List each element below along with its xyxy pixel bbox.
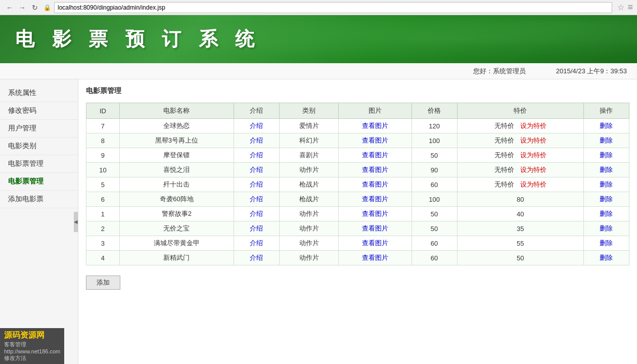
image-link[interactable]: 查看图片 [362,180,388,188]
cell-category: 动作片 [279,221,338,236]
table-row: 3 满城尽带黄金甲 介绍 动作片 查看图片 60 55 删除 [86,236,629,251]
set-special-link[interactable]: 设为特价 [520,151,547,159]
no-special-label: 无特价 [494,136,514,144]
cell-price: 60 [412,251,457,265]
intro-link[interactable]: 介绍 [250,239,263,247]
sidebar-item-user-management[interactable]: 用户管理 [0,120,78,138]
cell-image: 查看图片 [339,177,412,192]
image-link[interactable]: 查看图片 [362,210,388,217]
no-special-label: 无特价 [494,151,514,159]
delete-link[interactable]: 删除 [600,122,613,129]
sidebar-item-change-password[interactable]: 修改密码 [0,102,78,120]
delete-link[interactable]: 删除 [600,254,613,261]
forward-button[interactable]: → [17,2,28,13]
cell-category: 喜剧片 [279,148,338,163]
intro-link[interactable]: 介绍 [250,224,263,232]
refresh-button[interactable]: ↻ [29,2,40,13]
set-special-link[interactable]: 设为特价 [520,166,547,173]
col-header-image: 图片 [339,103,412,119]
info-bar: 您好：系统管理员 2015/4/23 上午9：39:53 [0,63,637,79]
set-special-link[interactable]: 设为特价 [520,122,547,129]
special-cell: 无特价 设为特价 [457,177,583,192]
menu-icon[interactable]: ≡ [627,2,633,13]
intro-link[interactable]: 介绍 [250,136,263,144]
intro-link[interactable]: 介绍 [250,195,263,203]
cell-price: 120 [412,119,457,133]
delete-link[interactable]: 删除 [600,151,613,159]
content-area: 电影票管理 ID 电影名称 介绍 类别 图片 价格 特价 操作 7 全球热恋 介… [78,79,637,364]
lock-icon: 🔒 [43,4,51,11]
delete-link[interactable]: 删除 [600,210,613,217]
image-link[interactable]: 查看图片 [362,195,388,203]
cell-name: 黑帮3号再上位 [119,133,234,148]
cell-name: 摩登保镖 [119,148,234,163]
image-link[interactable]: 查看图片 [362,224,388,232]
section-title: 电影票管理 [86,84,629,98]
sidebar-item-ticket-management[interactable]: 电影票管理 [0,173,78,191]
add-button[interactable]: 添加 [86,276,120,290]
cell-intro: 介绍 [234,207,279,221]
watermark: 源码资源网 客客管理 http://www.net186.com 修改方法 [0,328,64,364]
bookmark-icon[interactable]: ☆ [617,3,624,12]
cell-action: 删除 [583,221,629,236]
intro-link[interactable]: 介绍 [250,210,263,217]
table-row: 4 新精武门 介绍 动作片 查看图片 60 50 删除 [86,251,629,265]
back-button[interactable]: ← [4,2,15,13]
address-bar[interactable] [54,2,612,13]
special-cell: 无特价 设为特价 [457,148,583,163]
movies-table: ID 电影名称 介绍 类别 图片 价格 特价 操作 7 全球热恋 介绍 爱情片 … [86,103,629,265]
special-cell: 50 [457,251,583,265]
intro-link[interactable]: 介绍 [250,151,263,159]
sidebar-item-movie-category[interactable]: 电影类别 [0,138,78,155]
set-special-link[interactable]: 设为特价 [520,180,547,188]
col-header-id: ID [86,103,120,119]
delete-link[interactable]: 删除 [600,166,613,173]
cell-image: 查看图片 [339,192,412,207]
cell-image: 查看图片 [339,163,412,177]
col-header-special: 特价 [457,103,583,119]
image-link[interactable]: 查看图片 [362,136,388,144]
cell-price: 60 [412,177,457,192]
delete-link[interactable]: 删除 [600,195,613,203]
cell-category: 枪战片 [279,177,338,192]
cell-image: 查看图片 [339,133,412,148]
watermark-line1: 源码资源网 [4,330,60,341]
watermark-line2: 客客管理 [4,341,60,348]
image-link[interactable]: 查看图片 [362,166,388,173]
cell-action: 删除 [583,236,629,251]
cell-category: 科幻片 [279,133,338,148]
intro-link[interactable]: 介绍 [250,254,263,261]
sidebar-collapse-btn[interactable]: ◀ [74,212,78,232]
intro-link[interactable]: 介绍 [250,166,263,173]
sidebar-item-system-props[interactable]: 系统属性 [0,84,78,102]
cell-image: 查看图片 [339,207,412,221]
table-row: 6 奇袭60阵地 介绍 枪战片 查看图片 100 80 删除 [86,192,629,207]
cell-action: 删除 [583,177,629,192]
greeting-text: 您好：系统管理员 [473,67,526,76]
col-header-intro: 介绍 [234,103,279,119]
cell-image: 查看图片 [339,251,412,265]
sidebar-item-add-movie[interactable]: 添加电影票 [0,191,78,208]
cell-name: 歼十出击 [119,177,234,192]
cell-name: 全球热恋 [119,119,234,133]
datetime-text: 2015/4/23 上午9：39:53 [556,67,627,76]
image-link[interactable]: 查看图片 [362,239,388,247]
image-link[interactable]: 查看图片 [362,122,388,129]
intro-link[interactable]: 介绍 [250,122,263,129]
cell-intro: 介绍 [234,192,279,207]
set-special-link[interactable]: 设为特价 [520,136,547,144]
sidebar-item-movie-ticket[interactable]: 电影票管理 [0,155,78,173]
table-row: 7 全球热恋 介绍 爱情片 查看图片 120 无特价 设为特价 删除 [86,119,629,133]
cell-category: 动作片 [279,207,338,221]
delete-link[interactable]: 删除 [600,224,613,232]
special-cell: 无特价 设为特价 [457,133,583,148]
image-link[interactable]: 查看图片 [362,151,388,159]
intro-link[interactable]: 介绍 [250,180,263,188]
delete-link[interactable]: 删除 [600,239,613,247]
delete-link[interactable]: 删除 [600,180,613,188]
image-link[interactable]: 查看图片 [362,254,388,261]
nav-buttons: ← → ↻ [4,2,40,13]
col-header-price: 价格 [412,103,457,119]
delete-link[interactable]: 删除 [600,136,613,144]
cell-action: 删除 [583,133,629,148]
